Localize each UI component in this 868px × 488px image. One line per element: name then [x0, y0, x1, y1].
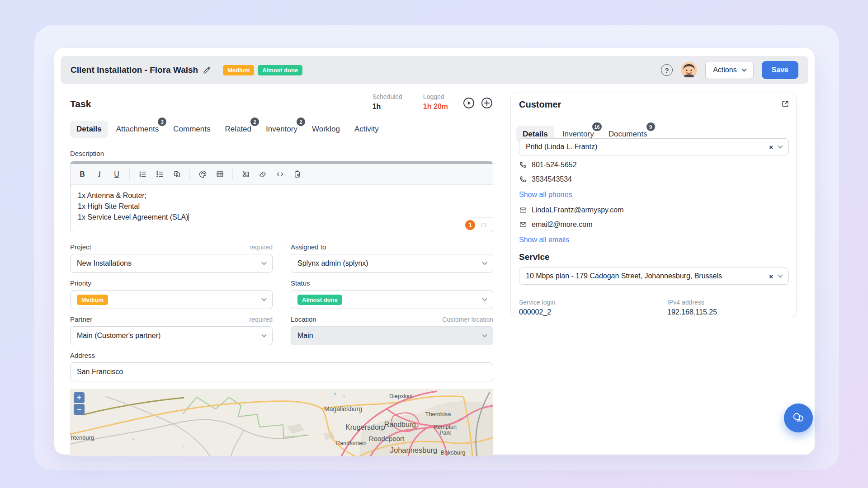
- address-label: Address: [70, 352, 95, 359]
- edit-title-icon[interactable]: [203, 66, 211, 75]
- underline-icon[interactable]: U: [108, 167, 125, 182]
- tab-comments[interactable]: Comments: [167, 121, 217, 138]
- toolbar-separator: [129, 169, 130, 180]
- avatar[interactable]: [681, 62, 697, 78]
- map-zoom-in-button[interactable]: +: [74, 392, 85, 403]
- italic-icon[interactable]: I: [91, 167, 108, 182]
- email-icon: [519, 206, 527, 214]
- map-label-city: Johannesburg: [390, 446, 438, 454]
- tab-label: Details: [523, 130, 548, 138]
- clipboard-icon[interactable]: [289, 167, 305, 182]
- chevron-down-icon: [261, 296, 266, 301]
- tab-details[interactable]: Details: [70, 121, 108, 138]
- map-label-city: Park: [439, 430, 451, 436]
- insert-image-icon[interactable]: [237, 167, 254, 182]
- email-address: LindaLFrantz@armyspy.com: [532, 206, 624, 214]
- description-editor: B I U: [70, 161, 493, 232]
- map-zoom-controls: + −: [74, 392, 85, 415]
- add-time-icon[interactable]: [481, 97, 493, 109]
- tab-attachments[interactable]: Attachments3: [110, 121, 165, 138]
- chat-button[interactable]: [784, 404, 813, 432]
- priority-field: Priority Medium: [70, 279, 273, 309]
- status-select[interactable]: Almost done: [291, 290, 493, 309]
- tab-related[interactable]: Related2: [218, 121, 258, 138]
- help-icon[interactable]: ?: [661, 64, 673, 76]
- chevron-down-icon: [482, 296, 487, 301]
- clear-customer-icon[interactable]: ×: [769, 143, 773, 151]
- project-field: Project required New Installations: [70, 243, 273, 273]
- service-select[interactable]: 10 Mbps plan - 179 Cadogan Street, Johan…: [519, 267, 789, 285]
- page-title: Client installation - Flora Walsh: [71, 65, 198, 75]
- partner-label: Partner: [70, 315, 92, 323]
- customer-select-value: Prifid (Linda L. Frantz): [526, 143, 597, 151]
- editor-meta: 1 71: [470, 217, 493, 232]
- map-label-city: Roodepoort: [369, 435, 405, 442]
- show-all-emails-link[interactable]: Show all emails: [519, 236, 569, 244]
- customer-panel-title: Customer: [519, 99, 561, 110]
- project-select[interactable]: New Installations: [70, 254, 273, 273]
- phone-icon: [519, 161, 527, 169]
- save-button[interactable]: Save: [762, 61, 798, 79]
- map-label-city: Randfontein: [336, 440, 366, 446]
- avatar-illustration: [681, 62, 697, 78]
- email-icon: [519, 221, 527, 229]
- bold-icon[interactable]: B: [74, 167, 90, 182]
- service-login-value: 000002_2: [519, 308, 555, 316]
- tab-inventory[interactable]: Inventory2: [259, 121, 304, 138]
- code-icon[interactable]: [272, 167, 288, 182]
- start-timer-icon[interactable]: [462, 97, 475, 109]
- logged-value: 1h 20m: [423, 103, 448, 111]
- editor-toolbar: B I U: [71, 164, 493, 185]
- tab-label: Attachments: [116, 125, 159, 133]
- phone-row: 3534543534: [519, 175, 572, 183]
- map-zoom-out-button[interactable]: −: [74, 404, 85, 415]
- topbar-actions: ? Actions Save: [661, 61, 798, 79]
- color-palette-icon[interactable]: [194, 167, 211, 182]
- location-select[interactable]: Main: [291, 326, 493, 345]
- phone-number: 3534543534: [532, 175, 572, 183]
- chevron-down-icon: [482, 332, 487, 337]
- chevron-down-icon: [741, 66, 746, 71]
- actions-button[interactable]: Actions: [705, 61, 753, 79]
- priority-value-badge: Medium: [77, 295, 108, 305]
- status-badge: Almost done: [258, 65, 302, 75]
- description-text-area[interactable]: 1x Antenna & Router; 1x High Site Rental…: [71, 185, 493, 232]
- tab-activity[interactable]: Activity: [348, 121, 385, 138]
- map-label-city: Krugersdorp: [345, 423, 385, 431]
- service-login-block: Service login 000002_2: [519, 299, 555, 316]
- tab-worklog[interactable]: Worklog: [306, 121, 346, 138]
- bullet-list-icon[interactable]: [151, 167, 168, 182]
- address-input[interactable]: [70, 362, 493, 381]
- tab-label: Inventory: [266, 125, 297, 133]
- location-label: Location: [291, 315, 316, 323]
- location-map[interactable]: + − hten: [70, 389, 493, 456]
- project-label: Project: [70, 243, 91, 251]
- show-all-phones-link[interactable]: Show all phones: [519, 191, 572, 199]
- assigned-to-select[interactable]: Splynx admin (splynx): [291, 254, 493, 273]
- timer-buttons: [462, 97, 493, 109]
- tab-count-badge: 16: [592, 122, 601, 131]
- eraser-icon[interactable]: [255, 167, 271, 182]
- customer-select[interactable]: Prifid (Linda L. Frantz) ×: [519, 138, 789, 155]
- actions-button-label: Actions: [713, 66, 736, 74]
- tab-label: Details: [76, 125, 102, 133]
- external-link-icon[interactable]: [781, 99, 790, 108]
- customer-panel: Customer Details Inventory16 Documents9 …: [510, 93, 797, 317]
- editor-notification-badge: 1: [465, 220, 475, 230]
- ordered-list-icon[interactable]: [134, 167, 151, 182]
- time-summary: Scheduled 1h Logged 1h 20m: [373, 93, 448, 111]
- email-address: email2@more.com: [532, 221, 593, 229]
- service-section-title: Service: [519, 252, 550, 262]
- task-header-bar: Client installation - Flora Walsh Medium…: [61, 56, 808, 84]
- priority-select[interactable]: Medium: [70, 290, 273, 309]
- clear-service-icon[interactable]: ×: [769, 272, 773, 280]
- toolbar-separator: [232, 169, 233, 180]
- table-icon[interactable]: [212, 167, 228, 182]
- scheduled-value: 1h: [373, 103, 402, 111]
- partner-select[interactable]: Main (Customer's partner): [70, 326, 273, 345]
- status-field: Status Almost done: [291, 279, 493, 309]
- copy-icon[interactable]: [169, 167, 185, 182]
- description-label: Description: [70, 150, 493, 157]
- map-label-city: Kempton: [434, 424, 457, 430]
- service-select-value: 10 Mbps plan - 179 Cadogan Street, Johan…: [526, 272, 722, 280]
